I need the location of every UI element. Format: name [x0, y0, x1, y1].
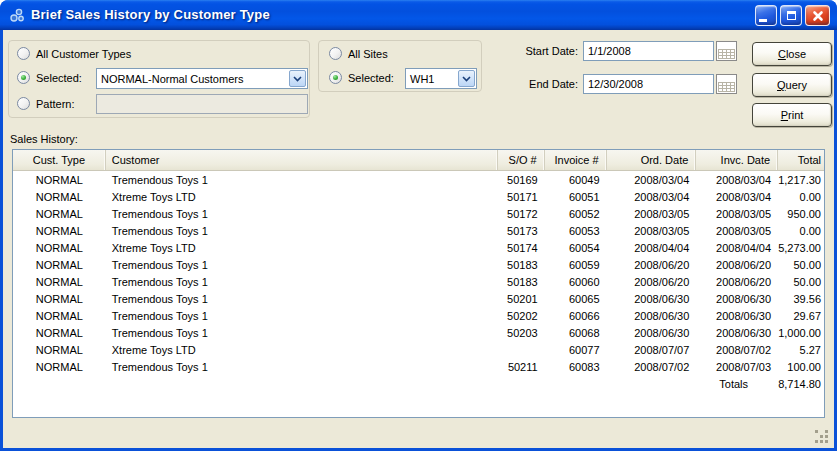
app-icon	[9, 7, 25, 23]
maximize-button[interactable]	[780, 5, 802, 26]
column-header-ord-date[interactable]: Ord. Date	[607, 150, 697, 170]
table-cell: 2008/07/02	[607, 361, 697, 373]
table-row[interactable]: NORMALXtreme Toys LTD50174600542008/04/0…	[13, 239, 824, 256]
table-row[interactable]: NORMALTremendous Toys 150173600532008/03…	[13, 222, 824, 239]
radio-icon	[329, 47, 342, 60]
table-row[interactable]: NORMALTremendous Toys 150202600662008/06…	[13, 307, 824, 324]
table-cell: 2008/06/30	[607, 310, 697, 322]
radio-icon	[17, 97, 30, 110]
pattern-input[interactable]	[96, 94, 308, 114]
table-row[interactable]: NORMALTremendous Toys 150169600492008/03…	[13, 171, 824, 188]
end-date-input[interactable]	[583, 74, 714, 94]
table-cell: 1,217.30	[778, 174, 824, 186]
column-header-customer[interactable]: Customer	[106, 150, 498, 170]
radio-all-sites[interactable]: All Sites	[329, 47, 388, 60]
table-cell: 2008/06/20	[607, 276, 697, 288]
column-header-so-number[interactable]: S/O #	[498, 150, 545, 170]
radio-label: All Customer Types	[36, 48, 131, 60]
dropdown-button[interactable]	[458, 70, 475, 87]
query-button[interactable]: Query	[752, 73, 832, 97]
table-cell: 2008/04/04	[696, 242, 778, 254]
table-cell: 2008/03/04	[607, 191, 697, 203]
radio-label: Selected:	[348, 72, 394, 84]
minimize-button[interactable]	[755, 5, 777, 26]
table-cell: NORMAL	[13, 310, 106, 322]
site-select[interactable]: WH1	[405, 68, 477, 89]
table-cell: NORMAL	[13, 293, 106, 305]
table-cell: 2008/03/05	[696, 225, 778, 237]
table-row[interactable]: NORMALTremendous Toys 150183600602008/06…	[13, 273, 824, 290]
table-cell: 60052	[545, 208, 607, 220]
table-cell: 2008/06/30	[607, 327, 697, 339]
table-cell: 60059	[545, 259, 607, 271]
table-row[interactable]: NORMALXtreme Toys LTD50171600512008/03/0…	[13, 188, 824, 205]
table-cell: 39.56	[778, 293, 824, 305]
table-cell: 2008/07/07	[607, 344, 697, 356]
table-cell: 60065	[545, 293, 607, 305]
column-header-cust-type[interactable]: Cust. Type	[13, 150, 106, 170]
radio-all-customer-types[interactable]: All Customer Types	[17, 47, 131, 60]
dropdown-button[interactable]	[289, 70, 306, 87]
close-button[interactable]: Close	[752, 42, 832, 66]
table-cell: Tremendous Toys 1	[106, 276, 498, 288]
column-header-invc-date[interactable]: Invc. Date	[696, 150, 778, 170]
table-cell: 50.00	[778, 276, 824, 288]
dialog-window: Brief Sales History by Customer Type All…	[0, 0, 837, 451]
table-row[interactable]: NORMALTremendous Toys 150201600652008/06…	[13, 290, 824, 307]
table-cell: NORMAL	[13, 242, 106, 254]
table-row[interactable]: NORMALTremendous Toys 150211600832008/07…	[13, 358, 824, 375]
table-cell: Tremendous Toys 1	[106, 208, 498, 220]
table-cell: NORMAL	[13, 208, 106, 220]
table-cell: 2008/03/05	[607, 208, 697, 220]
start-date-label: Start Date:	[503, 45, 578, 57]
table-cell: 100.00	[778, 361, 824, 373]
radio-selected-customer[interactable]: Selected:	[17, 71, 82, 84]
table-row[interactable]: NORMALXtreme Toys LTD600772008/07/072008…	[13, 341, 824, 358]
table-cell: NORMAL	[13, 276, 106, 288]
totals-value: 8,714.80	[778, 378, 824, 390]
table-cell: Tremendous Toys 1	[106, 293, 498, 305]
table-cell: 60054	[545, 242, 607, 254]
radio-selected-site[interactable]: Selected:	[329, 71, 394, 84]
table-row[interactable]: NORMALTremendous Toys 150183600592008/06…	[13, 256, 824, 273]
table-cell: Xtreme Toys LTD	[106, 344, 498, 356]
table-row[interactable]: NORMALTremendous Toys 150203600682008/06…	[13, 324, 824, 341]
customer-type-select[interactable]: NORMAL-Normal Customers	[96, 68, 308, 89]
table-cell: 2008/04/04	[607, 242, 697, 254]
column-header-invoice-number[interactable]: Invoice #	[545, 150, 607, 170]
table-row[interactable]: NORMALTremendous Toys 150172600522008/03…	[13, 205, 824, 222]
close-window-button[interactable]	[805, 5, 830, 26]
table-cell: 2008/06/20	[696, 276, 778, 288]
table-cell: Tremendous Toys 1	[106, 174, 498, 186]
column-header-total[interactable]: Total	[778, 150, 824, 170]
table-cell: NORMAL	[13, 361, 106, 373]
table-cell: NORMAL	[13, 191, 106, 203]
table-cell: 50173	[498, 225, 545, 237]
table-cell: 50174	[498, 242, 545, 254]
table-cell: 950.00	[778, 208, 824, 220]
maximize-icon	[787, 11, 796, 20]
print-button[interactable]: Print	[752, 103, 832, 127]
table-cell: 60051	[545, 191, 607, 203]
end-date-label: End Date:	[503, 78, 578, 90]
table-cell: Tremendous Toys 1	[106, 361, 498, 373]
title-bar[interactable]: Brief Sales History by Customer Type	[0, 0, 837, 30]
start-date-input[interactable]	[583, 41, 714, 61]
site-group: All Sites Selected: WH1	[318, 40, 482, 92]
table-cell: 60060	[545, 276, 607, 288]
table-cell: 60077	[545, 344, 607, 356]
radio-pattern[interactable]: Pattern:	[17, 97, 75, 110]
table-cell: 50202	[498, 310, 545, 322]
resize-grip[interactable]	[815, 430, 829, 444]
site-value: WH1	[406, 73, 457, 85]
table-cell: 5.27	[778, 344, 824, 356]
table-cell: 2008/06/30	[696, 293, 778, 305]
start-date-calendar-button[interactable]	[716, 41, 737, 61]
table-cell: 2008/03/04	[696, 174, 778, 186]
table-cell: NORMAL	[13, 259, 106, 271]
table-cell: 60083	[545, 361, 607, 373]
end-date-calendar-button[interactable]	[716, 74, 737, 94]
radio-icon	[329, 71, 342, 84]
table-cell: 50.00	[778, 259, 824, 271]
table-cell: 5,273.00	[778, 242, 824, 254]
